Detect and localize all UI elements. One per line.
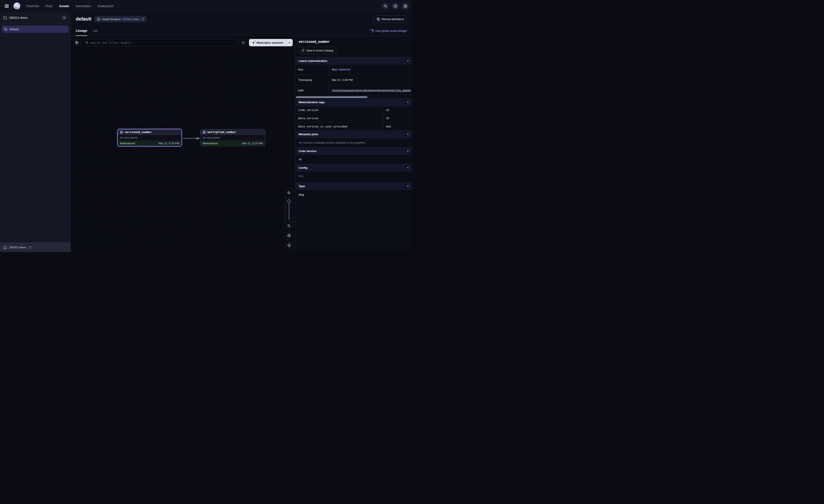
- table-row: path /Users/smackesey/stm/code/elementl/…: [296, 85, 412, 96]
- reload-definitions-label: Reload definitions: [382, 17, 404, 21]
- path-link[interactable]: /Users/smackesey/stm/code/elementl/exper…: [332, 89, 411, 92]
- asset-node-name: versioned_number: [125, 130, 152, 134]
- search-icon: [86, 41, 89, 44]
- zoom-slider-handle[interactable]: [287, 200, 291, 203]
- section-title: Metadata plots: [299, 133, 318, 136]
- tab-list[interactable]: List: [93, 26, 98, 36]
- chevron-down-icon: ▼: [407, 60, 409, 62]
- section-latest-materialization[interactable]: Latest materialization ▼: [296, 57, 412, 65]
- materialize-options-caret-button[interactable]: ▼: [286, 39, 293, 46]
- section-code-version[interactable]: Code Version ▼: [296, 147, 412, 155]
- asset-node-description: No description: [118, 135, 182, 141]
- page-title: default: [76, 16, 91, 22]
- table-row: Timestamp Mar 21, 5:29 PM: [296, 75, 412, 85]
- materialize-selected-label: Materialize selected: [256, 41, 283, 44]
- dagster-logo[interactable]: [13, 2, 21, 10]
- asset-search-input[interactable]: [90, 41, 235, 44]
- view-in-asset-catalog-button[interactable]: View in Asset Catalog: [299, 47, 336, 54]
- tag-value: 20: [384, 114, 412, 122]
- gear-icon: [287, 234, 291, 237]
- nav-deployment[interactable]: Deployment: [97, 4, 114, 8]
- chevron-down-icon: ▼: [407, 150, 409, 152]
- asset-details-panel: versioned_number View in Asset Catalog L…: [295, 36, 412, 252]
- asset-node-versioned-number[interactable]: versioned_number No description Material…: [117, 129, 182, 147]
- folder-icon: [3, 16, 7, 19]
- chevron-down-icon: ▼: [407, 185, 409, 187]
- section-type[interactable]: Type ▼: [296, 182, 412, 190]
- asset-group-badge[interactable]: Asset Group in 250321-dvers: [94, 16, 147, 22]
- table-row: data_version 20: [296, 114, 412, 122]
- section-title: Config: [299, 166, 307, 169]
- asset-node-description: No description: [200, 135, 265, 141]
- panel-horizontal-scrollbar: [296, 96, 412, 99]
- badge-repo-link[interactable]: 250321-dvers: [122, 17, 140, 21]
- lineage-graph-icon: [371, 29, 374, 32]
- tag-value: v5: [384, 106, 412, 114]
- sidebar-repo-row[interactable]: 250321-dvers 1: [0, 12, 70, 23]
- tag-key: code_version: [296, 106, 384, 114]
- gear-icon: [404, 4, 407, 8]
- graph-settings-button[interactable]: [285, 232, 293, 239]
- run-id-link[interactable]: c9a40434: [338, 68, 350, 71]
- materialized-timestamp: Mar 21, 5:25 PM: [242, 142, 263, 145]
- repo-asset-count-badge: 1: [62, 16, 67, 20]
- materialize-selected-split-button: ✦ Materialize selected ▼: [249, 39, 293, 46]
- sidebar-footer-repo[interactable]: 250321-dvers: [0, 243, 70, 252]
- tab-lineage[interactable]: Lineage: [76, 26, 87, 36]
- refresh-icon: [241, 41, 245, 44]
- table-icon: [203, 131, 206, 134]
- folder-icon: [3, 246, 7, 249]
- sidebar-item-default[interactable]: default: [2, 25, 69, 33]
- settings-button[interactable]: [402, 2, 409, 10]
- search-button[interactable]: [382, 2, 389, 10]
- section-title: Code Version: [299, 149, 316, 153]
- section-materialization-tags[interactable]: Materialization tags ▼: [296, 99, 412, 106]
- materialized-status: Materialized: [120, 142, 135, 145]
- materialized-status: Materialized: [203, 142, 218, 145]
- chevron-down-icon: ▼: [407, 166, 409, 169]
- asset-node-name: multiplied_number: [207, 130, 236, 134]
- refresh-graph-button[interactable]: [239, 39, 247, 46]
- type-value: Any: [296, 190, 412, 200]
- nav-automation[interactable]: Automation: [76, 4, 91, 8]
- main-nav: Overview Runs Assets Automation Deployme…: [26, 4, 114, 8]
- asset-node-multiplied-number[interactable]: multiplied_number No description Materia…: [200, 129, 265, 146]
- row-value: Mar 21, 5:29 PM: [329, 75, 412, 85]
- nav-overview[interactable]: Overview: [26, 4, 39, 8]
- top-bar: Overview Runs Assets Automation Deployme…: [0, 0, 412, 12]
- materialize-selected-button[interactable]: ✦ Materialize selected: [249, 39, 286, 46]
- refresh-icon[interactable]: [28, 246, 32, 249]
- toggle-sidebar-panel-button[interactable]: [74, 39, 81, 46]
- zoom-out-button[interactable]: [285, 222, 293, 230]
- view-global-asset-lineage-link[interactable]: View global asset lineage: [371, 29, 407, 32]
- hamburger-menu-icon[interactable]: [3, 2, 10, 10]
- nav-runs[interactable]: Runs: [45, 4, 53, 8]
- lineage-canvas[interactable]: versioned_number No description Material…: [71, 49, 295, 252]
- scrollbar-thumb[interactable]: [296, 96, 368, 98]
- section-title: Type: [299, 184, 305, 188]
- badge-prefix: Asset Group in: [102, 17, 121, 21]
- search-icon: [384, 4, 387, 8]
- asset-group-icon: [97, 17, 100, 21]
- section-config[interactable]: Config ▼: [296, 164, 412, 171]
- chevron-down-icon: ▼: [407, 101, 409, 103]
- asset-search-box: [83, 39, 237, 46]
- table-row: code_version v5: [296, 106, 412, 114]
- tag-key: data_version_is_user_provided: [296, 122, 384, 130]
- sidebar-item-label: default: [9, 27, 19, 31]
- zoom-out-icon: [287, 224, 291, 228]
- reload-definitions-button[interactable]: Reload definitions: [374, 15, 407, 23]
- zoom-in-button[interactable]: [285, 189, 293, 197]
- zoom-slider[interactable]: [285, 197, 293, 222]
- row-label: Timestamp: [296, 75, 329, 85]
- download-image-button[interactable]: [285, 241, 293, 249]
- asset-group-icon: [4, 27, 7, 31]
- section-title: Latest materialization: [299, 59, 327, 62]
- section-metadata-plots[interactable]: Metadata plots ▼: [296, 131, 412, 138]
- help-button[interactable]: [392, 2, 399, 10]
- selected-asset-name: versioned_number: [299, 40, 409, 44]
- nav-assets[interactable]: Assets: [59, 4, 69, 8]
- table-row: Run Run c9a40434: [296, 65, 412, 75]
- zoom-controls: [285, 189, 293, 249]
- refresh-icon[interactable]: [141, 18, 144, 20]
